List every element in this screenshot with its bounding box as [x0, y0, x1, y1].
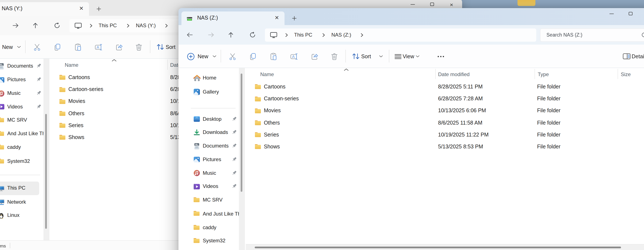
svg-text:A: A [96, 45, 99, 49]
svg-text:A: A [292, 54, 294, 59]
